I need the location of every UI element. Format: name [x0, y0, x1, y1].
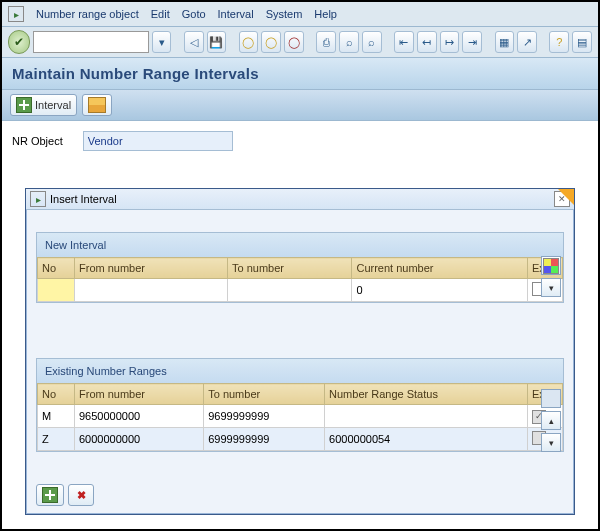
cell-to: 9699999999: [204, 405, 325, 428]
dialog-corner-icon: [558, 189, 574, 205]
back-button[interactable]: ◯: [239, 31, 259, 53]
cell-from: 9650000000: [75, 405, 204, 428]
page-title: Maintain Number Range Intervals: [12, 65, 259, 82]
menu-item-goto[interactable]: Goto: [182, 8, 206, 20]
col-no: No: [38, 384, 75, 405]
table-row: Z 6000000000 6999999999 6000000054: [38, 428, 563, 451]
last-page-icon[interactable]: ⇥: [462, 31, 482, 53]
window-menu-icon[interactable]: ▸: [8, 6, 24, 22]
cell-no: Z: [38, 428, 75, 451]
table-icon: [88, 97, 106, 113]
cell-curr[interactable]: 0: [352, 279, 528, 302]
cell-no[interactable]: [38, 279, 75, 302]
col-curr: Current number: [352, 258, 528, 279]
col-from: From number: [75, 258, 228, 279]
exit-button[interactable]: ◯: [261, 31, 281, 53]
layout-icon[interactable]: ▤: [572, 31, 592, 53]
command-field[interactable]: [33, 31, 149, 53]
system-toolbar: ✔ ▾ ◁ 💾 ◯ ◯ ◯ ⎙ ⌕ ⌕ ⇤ ↤ ↦ ⇥ ▦ ↗ ? ▤: [2, 27, 598, 58]
menu-item-help[interactable]: Help: [314, 8, 337, 20]
delete-row-button[interactable]: ✖: [68, 484, 94, 506]
title-bar: Maintain Number Range Intervals: [2, 58, 598, 90]
nr-object-label: NR Object: [12, 135, 63, 147]
interval-button-label: Interval: [35, 99, 71, 111]
menu-item-system[interactable]: System: [266, 8, 303, 20]
col-from: From number: [75, 384, 204, 405]
cell-from: 6000000000: [75, 428, 204, 451]
new-interval-header: New Interval: [37, 233, 563, 257]
insert-interval-dialog: ▸ Insert Interval ✕ New Interval No From…: [25, 188, 575, 515]
scroll-up-button[interactable]: ▴: [541, 411, 561, 430]
new-interval-table: No From number To number Current number …: [37, 257, 563, 302]
back-icon[interactable]: ◁: [184, 31, 204, 53]
menu-item-edit[interactable]: Edit: [151, 8, 170, 20]
cancel-button[interactable]: ◯: [284, 31, 304, 53]
help-icon[interactable]: ?: [549, 31, 569, 53]
form-row: NR Object Vendor: [2, 121, 598, 161]
nr-object-field: Vendor: [83, 131, 233, 151]
cell-from[interactable]: [75, 279, 228, 302]
col-status: Number Range Status: [325, 384, 528, 405]
grid-icon: [543, 258, 559, 274]
find-next-icon[interactable]: ⌕: [362, 31, 382, 53]
spacer-button: [541, 389, 561, 408]
plus-icon: [42, 487, 58, 503]
find-icon[interactable]: ⌕: [339, 31, 359, 53]
dialog-menu-icon[interactable]: ▸: [30, 191, 46, 207]
x-icon: ✖: [74, 488, 88, 502]
print-icon[interactable]: ⎙: [316, 31, 336, 53]
col-to: To number: [204, 384, 325, 405]
plus-icon: [16, 97, 32, 113]
dropdown-icon[interactable]: ▾: [152, 31, 172, 53]
scroll-down-button[interactable]: ▾: [541, 433, 561, 452]
cell-to: 6999999999: [204, 428, 325, 451]
column-config-button[interactable]: [541, 256, 561, 275]
first-page-icon[interactable]: ⇤: [394, 31, 414, 53]
interval-button[interactable]: Interval: [10, 94, 77, 116]
cell-no: M: [38, 405, 75, 428]
menu-bar: ▸ Number range object Edit Goto Interval…: [2, 2, 598, 27]
enter-button[interactable]: ✔: [8, 30, 30, 54]
col-no: No: [38, 258, 75, 279]
col-to: To number: [228, 258, 352, 279]
cell-status: 6000000054: [325, 428, 528, 451]
save-icon[interactable]: 💾: [207, 31, 227, 53]
add-row-button[interactable]: [36, 484, 64, 506]
new-session-icon[interactable]: ▦: [495, 31, 515, 53]
table-row: 0: [38, 279, 563, 302]
prev-page-icon[interactable]: ↤: [417, 31, 437, 53]
next-page-icon[interactable]: ↦: [440, 31, 460, 53]
existing-ranges-header: Existing Number Ranges: [37, 359, 563, 383]
cell-status: [325, 405, 528, 428]
dialog-title: Insert Interval: [50, 193, 117, 205]
app-toolbar: Interval: [2, 90, 598, 121]
shortcut-icon[interactable]: ↗: [517, 31, 537, 53]
menu-item-nro[interactable]: Number range object: [36, 8, 139, 20]
display-button[interactable]: [82, 94, 112, 116]
scroll-down-button[interactable]: ▾: [541, 278, 561, 297]
cell-to[interactable]: [228, 279, 352, 302]
table-row: M 9650000000 9699999999 ✓: [38, 405, 563, 428]
existing-ranges-table: No From number To number Number Range St…: [37, 383, 563, 451]
menu-item-interval[interactable]: Interval: [218, 8, 254, 20]
